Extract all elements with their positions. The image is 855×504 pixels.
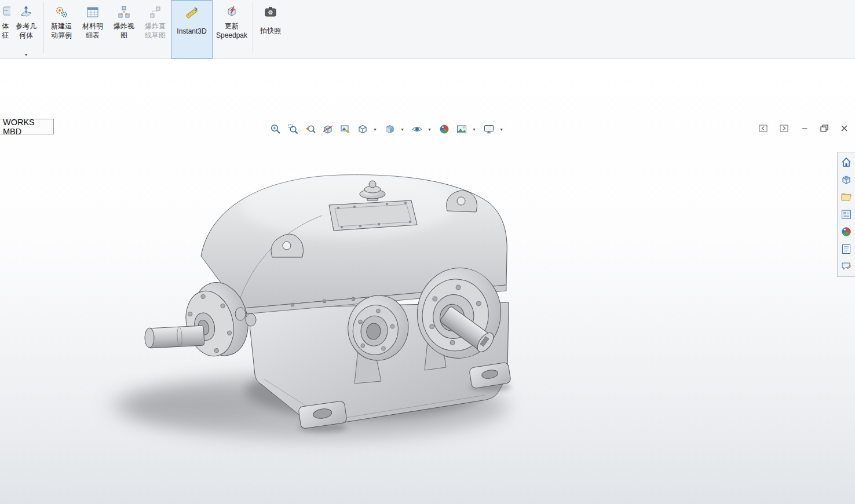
partial-feature-icon bbox=[0, 3, 10, 21]
section-view-icon[interactable] bbox=[320, 122, 335, 137]
appearances-scenes-icon[interactable] bbox=[838, 223, 855, 240]
reference-geometry-icon bbox=[19, 3, 34, 21]
apply-scene-dropdown-icon[interactable]: ▾ bbox=[471, 127, 477, 132]
partial-feature-button[interactable]: 体 征 bbox=[0, 0, 10, 59]
previous-view-icon[interactable] bbox=[302, 122, 318, 137]
bill-of-materials-button[interactable]: 材料明 细表 bbox=[77, 0, 108, 59]
take-snapshot-label: 拍快照 bbox=[260, 26, 281, 35]
display-style-dropdown-icon[interactable]: ▾ bbox=[399, 127, 405, 132]
partial-feature-label: 体 bbox=[2, 21, 9, 31]
partial-feature-label2: 征 bbox=[2, 31, 9, 40]
apply-scene-icon[interactable] bbox=[454, 122, 469, 137]
exploded-view-label2: 图 bbox=[120, 31, 127, 40]
instant3d-button[interactable]: Instant3D bbox=[171, 0, 213, 59]
collapse-pane-left-icon[interactable] bbox=[758, 123, 768, 133]
update-speedpak-button[interactable]: 更新 Speedpak bbox=[213, 0, 251, 59]
solidworks-forum-icon[interactable] bbox=[838, 258, 855, 275]
task-pane bbox=[837, 152, 855, 277]
view-orientation-dropdown-icon[interactable]: ▾ bbox=[372, 127, 378, 132]
update-speedpak-label2: Speedpak bbox=[216, 31, 247, 40]
exploded-view-icon bbox=[116, 3, 131, 21]
new-motion-study-icon bbox=[54, 3, 69, 21]
custom-properties-icon[interactable] bbox=[838, 240, 855, 258]
view-settings-icon[interactable] bbox=[481, 122, 496, 137]
new-motion-study-button[interactable]: 新建运 动算例 bbox=[46, 0, 77, 59]
hide-show-items-icon[interactable] bbox=[409, 122, 425, 137]
bill-of-materials-icon bbox=[85, 3, 100, 21]
reference-geometry-label: 参考几 bbox=[16, 21, 36, 31]
display-style-icon[interactable] bbox=[382, 122, 397, 137]
zoom-to-fit-icon[interactable] bbox=[268, 122, 283, 137]
edit-appearance-icon[interactable] bbox=[436, 122, 452, 137]
update-speedpak-label: 更新 bbox=[225, 21, 239, 31]
mbd-tab-label: WORKS MBD bbox=[3, 118, 53, 136]
instant3d-label: Instant3D bbox=[177, 27, 206, 36]
explode-line-sketch-label2: 线草图 bbox=[145, 31, 166, 40]
close-button[interactable] bbox=[839, 123, 849, 133]
explode-line-sketch-icon bbox=[148, 3, 163, 21]
view-palette-icon[interactable] bbox=[838, 206, 855, 223]
bill-of-materials-label: 材料明 bbox=[82, 21, 103, 31]
take-snapshot-icon bbox=[263, 3, 278, 21]
heads-up-view-toolbar: ▾ ▾ ▾ ▾ ▾ bbox=[268, 121, 506, 137]
explode-line-sketch-button: 爆炸直 线草图 bbox=[140, 0, 171, 59]
ribbon-separator bbox=[253, 2, 253, 53]
collapse-pane-right-icon[interactable] bbox=[779, 123, 789, 133]
ribbon-toolbar: 体 征 参考几 何体 ▾ 新建运 动算例 材料明 细表 bbox=[0, 0, 855, 59]
reference-geometry-label2: 何体 bbox=[19, 31, 33, 40]
window-controls: ─ bbox=[758, 123, 849, 133]
reference-geometry-button[interactable]: 参考几 何体 ▾ bbox=[10, 0, 42, 59]
solidworks-window: 体 征 参考几 何体 ▾ 新建运 动算例 材料明 细表 bbox=[0, 0, 855, 504]
dropdown-arrow-icon[interactable]: ▾ bbox=[25, 53, 27, 57]
exploded-view-label: 爆炸视 bbox=[114, 21, 134, 31]
restore-down-button[interactable] bbox=[819, 123, 830, 133]
exploded-view-button[interactable]: 爆炸视 图 bbox=[108, 0, 140, 59]
3d-drawing-view-icon[interactable] bbox=[337, 122, 353, 137]
design-library-icon[interactable] bbox=[838, 171, 855, 188]
take-snapshot-button[interactable]: 拍快照 bbox=[255, 0, 286, 59]
new-motion-study-label: 新建运 bbox=[51, 21, 72, 31]
zoom-to-area-icon[interactable] bbox=[285, 122, 301, 137]
explode-line-sketch-label: 爆炸直 bbox=[145, 21, 166, 31]
graphics-area[interactable]: WORKS MBD ▾ bbox=[0, 59, 855, 504]
new-motion-study-label2: 动算例 bbox=[51, 31, 72, 40]
solidworks-resources-icon[interactable] bbox=[838, 154, 855, 171]
update-speedpak-icon bbox=[224, 3, 239, 21]
hide-show-items-dropdown-icon[interactable]: ▾ bbox=[426, 127, 433, 132]
minimize-button[interactable]: ─ bbox=[799, 123, 810, 133]
solidworks-mbd-tab[interactable]: WORKS MBD bbox=[0, 119, 54, 134]
view-settings-dropdown-icon[interactable]: ▾ bbox=[498, 127, 505, 132]
file-explorer-icon[interactable] bbox=[838, 188, 855, 206]
ribbon-separator bbox=[43, 2, 44, 53]
bill-of-materials-label2: 细表 bbox=[86, 31, 100, 40]
instant3d-icon bbox=[184, 3, 199, 22]
view-orientation-icon[interactable] bbox=[355, 122, 370, 137]
